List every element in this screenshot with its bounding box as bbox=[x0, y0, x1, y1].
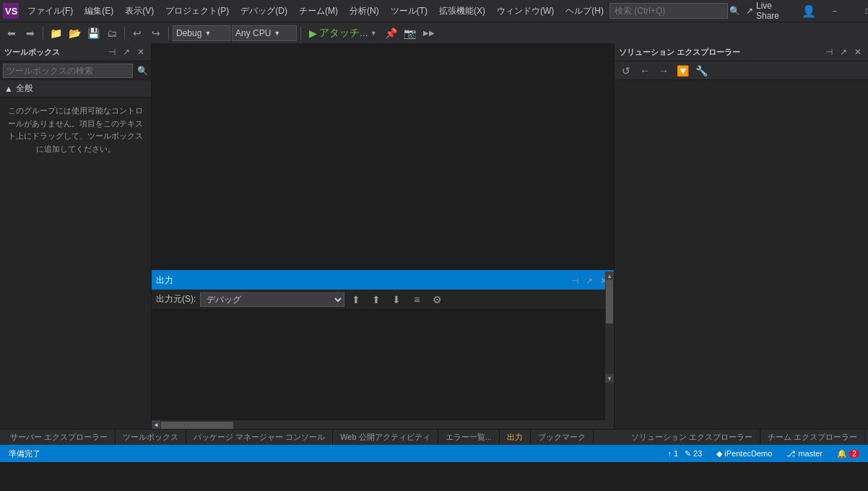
status-notifications[interactable]: 🔔 2 bbox=[834, 449, 862, 459]
menu-debug[interactable]: デバッグ(D) bbox=[235, 2, 293, 20]
output-wordwrap-button[interactable]: ≡ bbox=[408, 291, 425, 308]
status-col-value: 23 bbox=[693, 449, 702, 458]
solution-toolbar: ↺ ← → 🔽 🔧 bbox=[615, 61, 868, 80]
output-panel-title: 出力 bbox=[156, 274, 566, 287]
tab-bookmarks[interactable]: ブックマーク bbox=[531, 430, 594, 445]
output-undock-button[interactable]: ↗ bbox=[583, 275, 595, 287]
output-pin-button[interactable]: ⊣ bbox=[569, 275, 581, 287]
output-source-select[interactable]: デバッグ ビルド エラー一覧 bbox=[200, 292, 344, 307]
restore-button[interactable]: □ bbox=[854, 0, 868, 22]
save-all-button[interactable]: 🗂 bbox=[103, 25, 121, 42]
undo-button[interactable]: ↩ bbox=[129, 25, 146, 42]
tab-team-explorer-right[interactable]: チーム エクスプローラー bbox=[760, 430, 865, 445]
status-up-arrow: ↑ bbox=[667, 449, 672, 458]
solution-explorer-title: ソリューション エクスプローラー bbox=[619, 47, 820, 58]
separator-2 bbox=[124, 27, 125, 40]
output-scroll-down-btn[interactable]: ▼ bbox=[605, 374, 614, 383]
toolbox-section-all[interactable]: ▲ 全般 bbox=[0, 80, 151, 97]
solution-sync-button[interactable]: ↺ bbox=[617, 62, 635, 79]
output-hscrollbar-track bbox=[160, 421, 605, 428]
bottom-tab-right: ソリューション エクスプローラー チーム エクスプローラー bbox=[624, 430, 865, 445]
output-scrollbar-track bbox=[605, 310, 614, 374]
toolbox-empty-message: このグループには使用可能なコントロールがありません。項目をこのテキスト上にドラッ… bbox=[0, 97, 151, 162]
menu-window[interactable]: ウィンドウ(W) bbox=[491, 2, 560, 20]
start-button[interactable]: ▶ アタッチ... ▼ bbox=[305, 25, 381, 41]
global-search-input[interactable] bbox=[609, 3, 728, 19]
menu-project[interactable]: プロジェクト(P) bbox=[160, 2, 235, 20]
tab-server-explorer[interactable]: サーバー エクスプローラー bbox=[3, 430, 116, 445]
nav-back-button[interactable]: ⬅ bbox=[3, 25, 20, 42]
output-scroll-bottom-button[interactable]: ⬇ bbox=[388, 291, 405, 308]
solution-properties-button[interactable]: ← bbox=[636, 62, 654, 79]
tab-web-publish[interactable]: Web 公開アクティビティ bbox=[333, 430, 438, 445]
status-notification-badge: 2 bbox=[849, 450, 859, 458]
solution-pin-button[interactable]: ⊣ bbox=[823, 46, 835, 58]
tab-error-list[interactable]: エラー一覧... bbox=[438, 430, 500, 445]
cpu-dropdown[interactable]: Any CPU ▼ bbox=[232, 25, 297, 41]
solution-undock-button[interactable]: ↗ bbox=[838, 46, 849, 58]
output-hscroll-left-btn[interactable]: ◄ bbox=[152, 420, 160, 429]
output-clear-button[interactable]: ⬆ bbox=[347, 291, 365, 308]
save-button[interactable]: 💾 bbox=[84, 25, 102, 42]
window-controls: ↗ Live Share 👤 － □ ✕ bbox=[740, 0, 868, 22]
cpu-mode-chevron: ▼ bbox=[274, 30, 280, 37]
solution-show-all-button[interactable]: → bbox=[655, 62, 672, 79]
debug-mode-dropdown[interactable]: Debug ▼ bbox=[173, 25, 230, 41]
status-branch[interactable]: ⎇ master bbox=[784, 449, 825, 459]
menu-file[interactable]: ファイル(F) bbox=[22, 2, 79, 20]
status-diamond-icon: ◆ bbox=[716, 449, 722, 459]
account-icon[interactable]: 👤 bbox=[802, 4, 816, 18]
extra-button[interactable]: ▶▶ bbox=[420, 25, 438, 42]
minimize-button[interactable]: － bbox=[820, 0, 849, 22]
output-hscrollbar-thumb[interactable] bbox=[161, 422, 233, 429]
tab-solution-explorer-right[interactable]: ソリューション エクスプローラー bbox=[624, 430, 760, 445]
open-button[interactable]: 📂 bbox=[66, 25, 83, 42]
menu-help[interactable]: ヘルプ(H) bbox=[560, 2, 609, 20]
screenshot-button[interactable]: 📷 bbox=[402, 25, 419, 42]
menu-analyze[interactable]: 分析(N) bbox=[344, 2, 385, 20]
output-hscrollbar[interactable]: ◄ ► bbox=[152, 420, 614, 429]
tab-output[interactable]: 出力 bbox=[500, 430, 531, 446]
toolbox-undock-button[interactable]: ↗ bbox=[121, 46, 132, 58]
nav-forward-button[interactable]: ➡ bbox=[22, 25, 39, 42]
search-icon: 🔍 bbox=[729, 6, 740, 16]
menu-team[interactable]: チーム(M) bbox=[293, 2, 344, 20]
output-toolbar: 出力元(S): デバッグ ビルド エラー一覧 ⬆ ⬆ ⬇ ≡ ⚙ bbox=[152, 290, 614, 310]
menu-edit[interactable]: 編集(E) bbox=[79, 2, 119, 20]
tab-package-manager[interactable]: パッケージ マネージャー コンソール bbox=[186, 430, 333, 445]
pin-button[interactable]: 📌 bbox=[383, 25, 400, 42]
menu-extensions[interactable]: 拡張機能(X) bbox=[433, 2, 491, 20]
status-line-value: 1 bbox=[674, 449, 678, 458]
menu-view[interactable]: 表示(V) bbox=[119, 2, 160, 20]
toolbox-panel-header: ツールボックス ⊣ ↗ ✕ bbox=[0, 43, 151, 61]
redo-button[interactable]: ↪ bbox=[147, 25, 165, 42]
tab-toolbox[interactable]: ツールボックス bbox=[116, 430, 186, 445]
output-scroll-top-button[interactable]: ⬆ bbox=[368, 291, 385, 308]
solution-filter-button[interactable]: 🔽 bbox=[674, 62, 691, 79]
solution-close-button[interactable]: ✕ bbox=[852, 46, 864, 58]
separator-3 bbox=[168, 27, 169, 40]
output-source-label: 出力元(S): bbox=[156, 293, 196, 305]
status-project[interactable]: ◆ iPentecDemo bbox=[713, 449, 775, 459]
menu-tools[interactable]: ツール(T) bbox=[385, 2, 433, 20]
output-vscrollbar[interactable]: ▲ ▼ bbox=[605, 310, 614, 420]
cpu-mode-value: Any CPU bbox=[235, 28, 271, 38]
status-line-col[interactable]: ↑ 1 ✎ 23 bbox=[664, 449, 705, 459]
status-branch-name: master bbox=[798, 449, 823, 458]
solution-wrench-button[interactable]: 🔧 bbox=[693, 62, 710, 79]
toolbox-pin-button[interactable]: ⊣ bbox=[106, 46, 118, 58]
toolbox-search-icon: 🔍 bbox=[137, 66, 148, 76]
separator-4 bbox=[300, 27, 301, 40]
live-share-button[interactable]: ↗ Live Share bbox=[740, 0, 797, 22]
toolbox-section-chevron: ▲ bbox=[4, 84, 13, 94]
toolbar: ⬅ ➡ 📁 📂 💾 🗂 ↩ ↪ Debug ▼ Any CPU ▼ ▶ アタッチ… bbox=[0, 22, 868, 43]
toolbox-search-input[interactable] bbox=[3, 64, 133, 78]
status-right: ↑ 1 ✎ 23 ◆ iPentecDemo ⎇ master 🔔 2 bbox=[664, 449, 862, 459]
toolbox-close-button[interactable]: ✕ bbox=[135, 46, 147, 58]
new-project-button[interactable]: 📁 bbox=[47, 25, 64, 42]
output-scrollbar-thumb[interactable] bbox=[606, 310, 613, 323]
debug-mode-chevron: ▼ bbox=[204, 30, 211, 37]
status-ready-text: 準備完了 bbox=[9, 448, 40, 459]
status-ready[interactable]: 準備完了 bbox=[6, 448, 43, 459]
output-settings-button[interactable]: ⚙ bbox=[428, 291, 446, 308]
